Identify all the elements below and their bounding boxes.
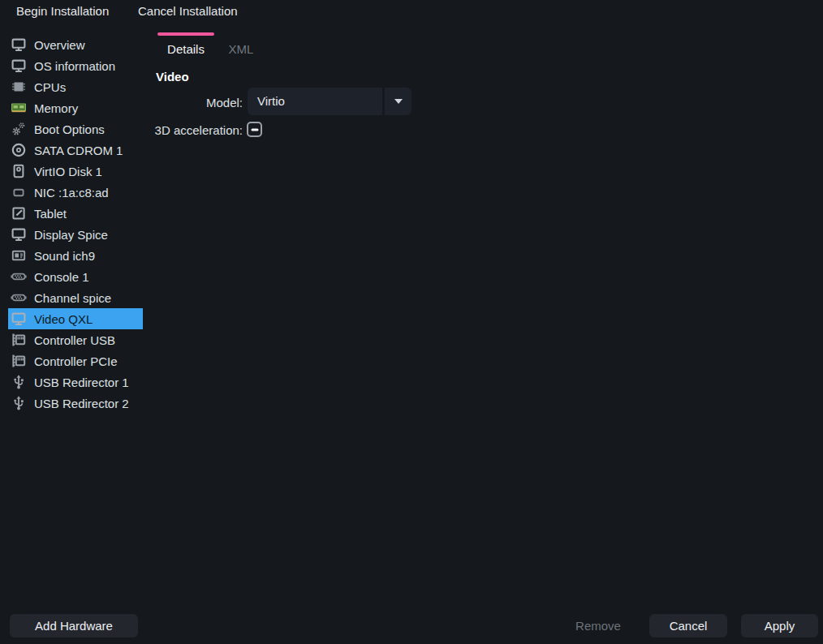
cancel-installation-button[interactable]: Cancel Installation	[128, 0, 248, 22]
sidebar-item-label: NIC :1a:c8:ad	[34, 186, 109, 200]
virt-manager-window: Begin Installation Cancel Installation O…	[0, 0, 823, 644]
sidebar-item-label: Boot Options	[34, 122, 105, 136]
cpu-icon	[10, 79, 28, 95]
sidebar-item-display-spice[interactable]: Display Spice	[8, 224, 143, 245]
sidebar-item-sata-cdrom-1[interactable]: SATA CDROM 1	[8, 140, 143, 161]
sidebar-item-tablet[interactable]: Tablet	[8, 203, 143, 224]
sidebar-item-label: OS information	[34, 59, 115, 73]
serial-icon	[10, 268, 28, 285]
monitor-icon	[10, 36, 28, 53]
sidebar-item-label: Memory	[34, 101, 78, 115]
soundcard-icon	[10, 247, 28, 264]
add-hardware-button[interactable]: Add Hardware	[10, 614, 138, 638]
apply-button[interactable]: Apply	[741, 614, 818, 638]
sidebar-item-nic-1a-c8-ad[interactable]: NIC :1a:c8:ad	[8, 182, 143, 203]
accel-checkbox[interactable]	[247, 122, 262, 137]
monitor-icon	[10, 226, 28, 243]
usb-icon	[10, 374, 28, 390]
sidebar-item-label: Controller USB	[34, 333, 115, 347]
monitor-icon	[10, 58, 28, 74]
accel-field-label: 3D acceleration:	[122, 123, 243, 137]
mixed-state-dash-icon	[251, 128, 258, 131]
tab-details[interactable]: Details	[157, 32, 214, 56]
usb-icon	[10, 395, 28, 411]
controller-icon	[10, 353, 28, 369]
sidebar-item-overview[interactable]: Overview	[8, 34, 143, 55]
sidebar-item-os-information[interactable]: OS information	[8, 55, 143, 76]
sidebar-item-usb-redirector-2[interactable]: USB Redirector 2	[8, 393, 143, 414]
hardware-list: OverviewOS informationCPUsMemoryBoot Opt…	[0, 34, 149, 414]
sidebar-item-label: VirtIO Disk 1	[34, 165, 102, 178]
sidebar-item-label: Sound ich9	[34, 249, 95, 263]
remove-button: Remove	[562, 614, 635, 638]
memory-icon	[10, 100, 28, 116]
sidebar-item-label: Overview	[34, 38, 85, 52]
serial-icon	[10, 290, 28, 306]
chevron-down-icon	[394, 99, 403, 104]
monitor-icon	[10, 311, 28, 327]
active-tab-indicator	[157, 32, 214, 36]
sidebar-item-label: Controller PCIe	[34, 354, 118, 368]
disk-icon	[10, 163, 28, 179]
sidebar-item-console-1[interactable]: Console 1	[8, 266, 143, 287]
video-model-dropdown-button[interactable]	[385, 88, 412, 115]
tab-xml[interactable]: XML	[214, 32, 268, 56]
disc-icon	[10, 142, 28, 158]
gears-icon	[10, 121, 28, 137]
tablet-icon	[10, 205, 28, 221]
sidebar-item-label: Channel spice	[34, 291, 111, 305]
begin-installation-button[interactable]: Begin Installation	[6, 0, 118, 22]
video-model-value[interactable]: Virtio	[248, 88, 382, 115]
sidebar-item-label: CPUs	[34, 80, 66, 94]
sidebar-item-label: Display Spice	[34, 228, 108, 242]
tab-label: Details	[167, 42, 205, 56]
sidebar-item-video-qxl[interactable]: Video QXL	[8, 308, 143, 329]
controller-icon	[10, 332, 28, 348]
nic-icon	[10, 184, 28, 200]
sidebar-item-channel-spice[interactable]: Channel spice	[8, 287, 143, 308]
video-model-combobox: Virtio	[248, 88, 412, 115]
cancel-button[interactable]: Cancel	[649, 614, 727, 638]
sidebar-item-label: USB Redirector 2	[34, 397, 129, 410]
video-section-heading: Video	[156, 70, 189, 84]
sidebar-item-label: Console 1	[34, 270, 89, 284]
sidebar-item-cpus[interactable]: CPUs	[8, 76, 143, 97]
sidebar-item-label: USB Redirector 1	[34, 376, 129, 389]
sidebar-item-label: Tablet	[34, 207, 67, 221]
sidebar-item-label: Video QXL	[34, 312, 93, 326]
sidebar-item-virtio-disk-1[interactable]: VirtIO Disk 1	[8, 161, 143, 182]
sidebar-item-sound-ich9[interactable]: Sound ich9	[8, 245, 143, 266]
sidebar-item-usb-redirector-1[interactable]: USB Redirector 1	[8, 371, 143, 393]
sidebar-item-controller-pcie[interactable]: Controller PCIe	[8, 350, 143, 371]
sidebar-item-label: SATA CDROM 1	[34, 144, 123, 157]
tab-bar: Details XML	[157, 32, 268, 56]
sidebar-item-controller-usb[interactable]: Controller USB	[8, 329, 143, 350]
tab-label: XML	[229, 42, 254, 56]
model-field-label: Model:	[122, 96, 243, 109]
